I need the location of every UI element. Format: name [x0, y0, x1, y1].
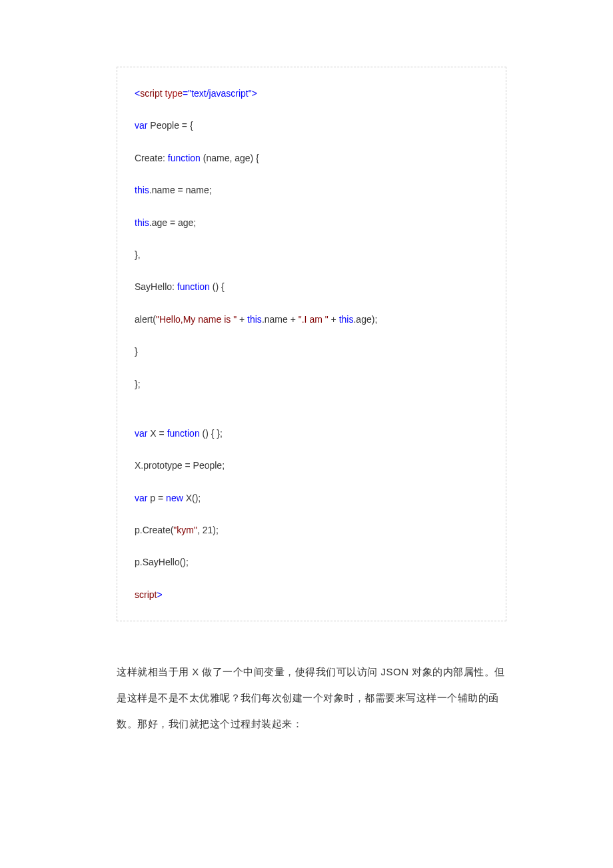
token: type	[165, 88, 183, 99]
blank-line	[135, 441, 488, 458]
blank-line	[135, 295, 488, 312]
code-line: p.Create("kym", 21);	[135, 523, 488, 537]
code-line: Create: function (name, age) {	[135, 151, 488, 165]
blank-line	[135, 133, 488, 151]
blank-line	[135, 101, 488, 118]
token: var	[135, 493, 147, 503]
token: alert(	[135, 314, 156, 325]
token: .name = name;	[149, 185, 212, 195]
token: function	[167, 428, 200, 439]
token: >	[252, 88, 257, 99]
token: +	[328, 314, 339, 325]
token: script	[140, 88, 165, 99]
token: ".I am "	[299, 314, 328, 325]
code-line: script>	[135, 587, 488, 602]
token: };	[135, 379, 141, 389]
code-block: <script type="text/javascript"> var Peop…	[117, 67, 506, 621]
code-line: p.SayHello();	[135, 555, 488, 569]
token: Create:	[135, 153, 168, 163]
token: this	[247, 314, 262, 325]
token: People = {	[147, 120, 193, 131]
code-line: }	[135, 344, 488, 359]
code-line: X.prototype = People;	[135, 458, 488, 473]
code-line: this.name = name;	[135, 183, 488, 197]
token: SayHello:	[135, 281, 177, 292]
token: , 21);	[197, 525, 219, 535]
blank-line	[135, 198, 488, 215]
token: X =	[147, 428, 167, 439]
token: function	[177, 281, 210, 292]
code-line: var p = new X();	[135, 491, 488, 505]
token: () { };	[200, 428, 223, 439]
document-page: <script type="text/javascript"> var Peop…	[0, 0, 613, 868]
token: var	[135, 428, 147, 439]
blank-line	[135, 262, 488, 279]
token: function	[168, 153, 201, 163]
token: this	[339, 314, 354, 325]
prose-text: 这样就相当于用 X 做了一个中间变量，使得我们可以访问 JSON 对象的内部属性…	[117, 666, 505, 729]
blank-line	[135, 327, 488, 344]
code-line: },	[135, 247, 488, 262]
token: },	[135, 249, 141, 260]
token: new	[166, 493, 183, 503]
code-line: var X = function () { };	[135, 426, 488, 441]
token: X.prototype = People;	[135, 460, 225, 471]
token: .name +	[262, 314, 299, 325]
code-line: this.age = age;	[135, 215, 488, 230]
token: p.SayHello();	[135, 557, 189, 567]
code-line: <script type="text/javascript">	[135, 86, 488, 101]
token: =	[183, 88, 188, 99]
blank-line	[135, 359, 488, 377]
token: () {	[210, 281, 225, 292]
token: <	[135, 88, 140, 99]
blank-line	[135, 537, 488, 555]
token: .age = age;	[149, 217, 196, 228]
token: "text/javascript"	[188, 88, 252, 99]
token: (name, age) {	[201, 153, 259, 163]
blank-line	[135, 570, 488, 587]
token: }	[135, 346, 138, 357]
token: p.Create(	[135, 525, 173, 535]
token: var	[135, 120, 147, 131]
paragraph: 这样就相当于用 X 做了一个中间变量，使得我们可以访问 JSON 对象的内部属性…	[117, 659, 506, 737]
blank-line	[135, 409, 488, 426]
code-line: var People = {	[135, 118, 488, 133]
token: script	[135, 589, 157, 600]
blank-line	[135, 473, 488, 491]
blank-line	[135, 391, 488, 409]
token: .age);	[353, 314, 377, 325]
blank-line	[135, 230, 488, 247]
code-line: };	[135, 377, 488, 391]
token: this	[135, 217, 149, 228]
token: this	[135, 185, 149, 195]
token: "kym"	[173, 525, 197, 535]
token: p =	[147, 493, 166, 503]
code-line: SayHello: function () {	[135, 279, 488, 294]
token: >	[157, 589, 162, 600]
blank-line	[135, 165, 488, 183]
token: X();	[183, 493, 201, 503]
code-line: alert("Hello,My name is " + this.name + …	[135, 312, 488, 327]
token: "Hello,My name is "	[156, 314, 237, 325]
blank-line	[135, 505, 488, 523]
token: +	[237, 314, 247, 325]
